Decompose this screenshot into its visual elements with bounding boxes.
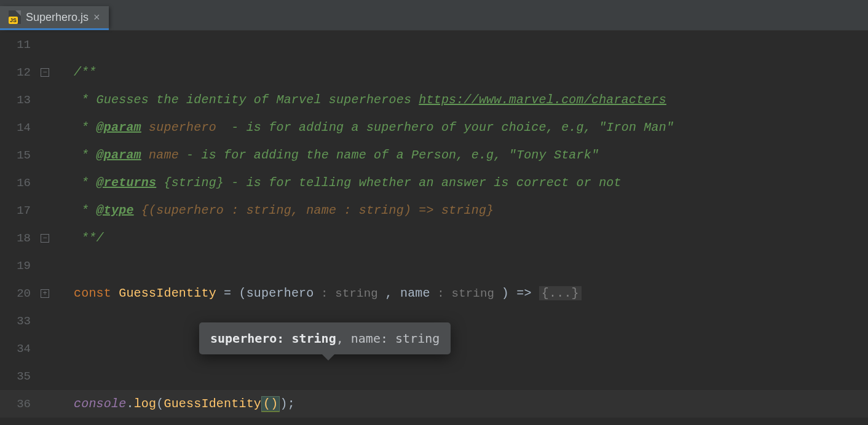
doc-desc-pre: * Guesses the identity of Marvel superhe…	[74, 93, 419, 107]
doc-param2-desc: - is for adding the name of a Person, e.…	[179, 148, 599, 162]
tab-bar: JS Superhero.js ×	[0, 6, 868, 31]
tooltip-rest: , name: string	[336, 331, 440, 346]
window-titlebar	[0, 0, 868, 6]
code-editor[interactable]: 11 12 − /** 13 * Guesses the identity of…	[0, 31, 868, 425]
gutter-line[interactable]: 20	[0, 287, 41, 300]
doc-close: **/	[74, 231, 104, 245]
doc-link[interactable]: https://www.marvel.com/characters	[419, 93, 666, 107]
fold-gutter[interactable]: −	[41, 234, 63, 243]
gutter-line[interactable]: 33	[0, 314, 41, 328]
gutter-line[interactable]: 14	[0, 121, 41, 135]
doc-param2-name: name	[149, 148, 179, 162]
doc-param1-name: superhero	[149, 120, 216, 135]
doc-tag-param2: @param	[97, 148, 141, 162]
folded-body[interactable]: {...}	[539, 286, 582, 300]
doc-type-desc: {(superhero : string, name : string) => …	[134, 203, 494, 217]
cursor-caret[interactable]: ()	[261, 396, 280, 412]
gutter-line[interactable]: 15	[0, 149, 41, 162]
call-fn-name: GuessIdentity	[164, 397, 261, 411]
fold-gutter[interactable]: +	[41, 289, 63, 298]
gutter-line[interactable]: 12	[0, 66, 41, 79]
decl-param-name: name	[400, 286, 430, 300]
fold-gutter[interactable]: −	[41, 68, 63, 77]
gutter-line[interactable]: 34	[0, 342, 41, 356]
doc-tag-type: @type	[97, 203, 134, 217]
parameter-info-tooltip: superhero: string, name: string	[199, 322, 451, 354]
doc-tag-param1: @param	[97, 120, 141, 135]
doc-tag-returns: @returns	[97, 176, 157, 190]
call-method: log	[134, 397, 157, 411]
kw-const: const	[74, 286, 119, 300]
decl-param-superhero: superhero	[247, 286, 314, 300]
fold-expand-icon[interactable]: +	[41, 289, 49, 298]
tab-label: Superhero.js	[26, 11, 89, 24]
fold-collapse-icon[interactable]: −	[41, 234, 49, 243]
gutter-line[interactable]: 19	[0, 259, 41, 273]
close-icon[interactable]: ×	[93, 11, 100, 24]
gutter-line[interactable]: 13	[0, 93, 41, 107]
decl-fn-name: GuessIdentity	[119, 286, 216, 300]
js-file-icon: JS	[9, 10, 21, 24]
tab-file[interactable]: JS Superhero.js ×	[0, 6, 109, 30]
doc-open: /**	[74, 65, 97, 79]
call-object: console	[74, 397, 126, 411]
gutter-line[interactable]: 18	[0, 232, 41, 245]
doc-param1-desc: - is for adding a superhero of your choi…	[216, 120, 674, 135]
gutter-line[interactable]: 17	[0, 204, 41, 217]
type-hint: : string	[430, 287, 502, 300]
gutter-line[interactable]: 11	[0, 38, 41, 52]
fold-collapse-icon[interactable]: −	[41, 68, 49, 77]
doc-returns-desc: {string} - is for telling whether an ans…	[156, 176, 621, 190]
gutter-line[interactable]: 35	[0, 370, 41, 383]
gutter-line[interactable]: 36	[0, 397, 41, 411]
type-hint: : string	[314, 287, 385, 300]
gutter-line[interactable]: 16	[0, 176, 41, 190]
tooltip-current-param: superhero: string	[210, 331, 336, 346]
